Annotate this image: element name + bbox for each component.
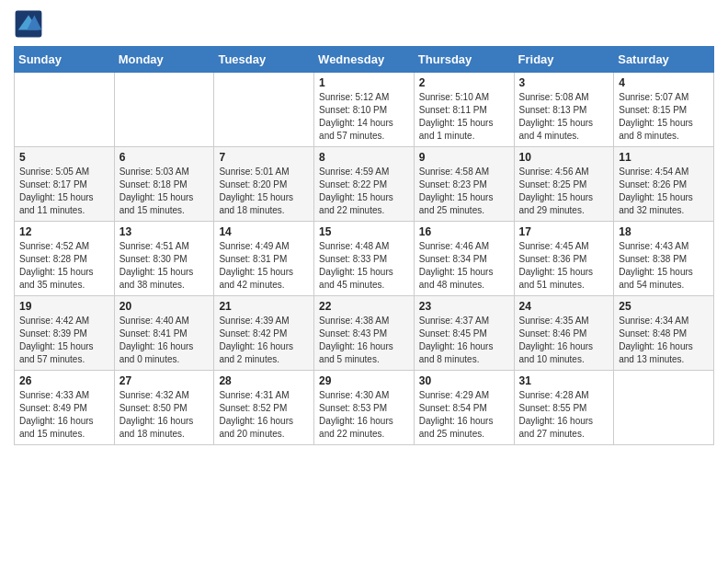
logo: [14, 9, 47, 39]
calendar-cell: [214, 73, 314, 147]
column-header-thursday: Thursday: [414, 47, 514, 73]
day-info: Sunrise: 5:03 AM Sunset: 8:18 PM Dayligh…: [119, 166, 210, 217]
day-info: Sunrise: 4:40 AM Sunset: 8:41 PM Dayligh…: [119, 315, 210, 366]
calendar-cell: [114, 73, 214, 147]
day-info: Sunrise: 4:28 AM Sunset: 8:55 PM Dayligh…: [519, 389, 609, 441]
day-number: 2: [419, 76, 509, 89]
calendar-cell: 30Sunrise: 4:29 AM Sunset: 8:54 PM Dayli…: [414, 371, 514, 445]
calendar-cell: [15, 73, 115, 147]
day-info: Sunrise: 4:43 AM Sunset: 8:38 PM Dayligh…: [619, 240, 709, 292]
day-info: Sunrise: 4:49 AM Sunset: 8:31 PM Dayligh…: [219, 240, 309, 292]
day-number: 19: [19, 300, 109, 313]
calendar-cell: 29Sunrise: 4:30 AM Sunset: 8:53 PM Dayli…: [314, 371, 415, 445]
column-header-saturday: Saturday: [614, 47, 714, 73]
calendar-cell: 8Sunrise: 4:59 AM Sunset: 8:22 PM Daylig…: [314, 147, 415, 222]
day-info: Sunrise: 4:45 AM Sunset: 8:36 PM Dayligh…: [519, 240, 609, 292]
calendar-cell: 10Sunrise: 4:56 AM Sunset: 8:25 PM Dayli…: [514, 147, 614, 222]
day-info: Sunrise: 5:12 AM Sunset: 8:10 PM Dayligh…: [319, 91, 409, 143]
calendar-cell: [614, 371, 714, 445]
calendar-cell: 13Sunrise: 4:51 AM Sunset: 8:30 PM Dayli…: [114, 222, 214, 296]
day-info: Sunrise: 4:32 AM Sunset: 8:50 PM Dayligh…: [119, 389, 210, 441]
calendar-cell: 2Sunrise: 5:10 AM Sunset: 8:11 PM Daylig…: [414, 73, 514, 147]
day-number: 13: [119, 225, 210, 238]
day-number: 7: [219, 151, 309, 164]
day-number: 8: [319, 151, 409, 164]
calendar-cell: 3Sunrise: 5:08 AM Sunset: 8:13 PM Daylig…: [514, 73, 614, 147]
calendar-cell: 14Sunrise: 4:49 AM Sunset: 8:31 PM Dayli…: [214, 222, 314, 296]
day-info: Sunrise: 5:07 AM Sunset: 8:15 PM Dayligh…: [619, 91, 709, 143]
day-info: Sunrise: 4:59 AM Sunset: 8:22 PM Dayligh…: [319, 166, 409, 217]
day-info: Sunrise: 4:34 AM Sunset: 8:48 PM Dayligh…: [619, 315, 709, 366]
day-number: 5: [19, 151, 109, 164]
week-row-2: 5Sunrise: 5:05 AM Sunset: 8:17 PM Daylig…: [15, 147, 714, 222]
day-number: 27: [119, 374, 210, 387]
week-row-5: 26Sunrise: 4:33 AM Sunset: 8:49 PM Dayli…: [15, 371, 714, 445]
day-number: 1: [319, 76, 409, 89]
column-header-monday: Monday: [114, 47, 214, 73]
calendar-cell: 31Sunrise: 4:28 AM Sunset: 8:55 PM Dayli…: [514, 371, 614, 445]
day-number: 31: [519, 374, 609, 387]
day-number: 24: [519, 300, 609, 313]
day-number: 14: [219, 225, 309, 238]
column-header-sunday: Sunday: [15, 47, 115, 73]
calendar-cell: 6Sunrise: 5:03 AM Sunset: 8:18 PM Daylig…: [114, 147, 214, 222]
day-info: Sunrise: 4:31 AM Sunset: 8:52 PM Dayligh…: [219, 389, 309, 441]
week-row-4: 19Sunrise: 4:42 AM Sunset: 8:39 PM Dayli…: [15, 296, 714, 371]
calendar-cell: 28Sunrise: 4:31 AM Sunset: 8:52 PM Dayli…: [214, 371, 314, 445]
day-number: 22: [319, 300, 409, 313]
day-number: 11: [619, 151, 709, 164]
day-number: 30: [419, 374, 509, 387]
calendar-cell: 9Sunrise: 4:58 AM Sunset: 8:23 PM Daylig…: [414, 147, 514, 222]
day-info: Sunrise: 4:48 AM Sunset: 8:33 PM Dayligh…: [319, 240, 409, 292]
day-info: Sunrise: 5:01 AM Sunset: 8:20 PM Dayligh…: [219, 166, 309, 217]
day-info: Sunrise: 4:54 AM Sunset: 8:26 PM Dayligh…: [619, 166, 709, 217]
calendar-cell: 21Sunrise: 4:39 AM Sunset: 8:42 PM Dayli…: [214, 296, 314, 371]
calendar-cell: 1Sunrise: 5:12 AM Sunset: 8:10 PM Daylig…: [314, 73, 415, 147]
calendar-cell: 4Sunrise: 5:07 AM Sunset: 8:15 PM Daylig…: [614, 73, 714, 147]
day-number: 9: [419, 151, 509, 164]
day-number: 15: [319, 225, 409, 238]
day-info: Sunrise: 5:10 AM Sunset: 8:11 PM Dayligh…: [419, 91, 509, 143]
calendar-table: SundayMondayTuesdayWednesdayThursdayFrid…: [14, 46, 714, 445]
calendar-cell: 18Sunrise: 4:43 AM Sunset: 8:38 PM Dayli…: [614, 222, 714, 296]
day-info: Sunrise: 4:29 AM Sunset: 8:54 PM Dayligh…: [419, 389, 509, 441]
calendar-cell: 11Sunrise: 4:54 AM Sunset: 8:26 PM Dayli…: [614, 147, 714, 222]
day-number: 4: [619, 76, 709, 89]
day-number: 23: [419, 300, 509, 313]
day-info: Sunrise: 4:33 AM Sunset: 8:49 PM Dayligh…: [19, 389, 109, 441]
day-info: Sunrise: 4:58 AM Sunset: 8:23 PM Dayligh…: [419, 166, 509, 217]
day-info: Sunrise: 5:05 AM Sunset: 8:17 PM Dayligh…: [19, 166, 109, 217]
week-row-1: 1Sunrise: 5:12 AM Sunset: 8:10 PM Daylig…: [15, 73, 714, 147]
day-number: 10: [519, 151, 609, 164]
calendar-cell: 26Sunrise: 4:33 AM Sunset: 8:49 PM Dayli…: [15, 371, 115, 445]
day-number: 26: [19, 374, 109, 387]
calendar-cell: 15Sunrise: 4:48 AM Sunset: 8:33 PM Dayli…: [314, 222, 415, 296]
day-info: Sunrise: 4:52 AM Sunset: 8:28 PM Dayligh…: [19, 240, 109, 292]
column-header-friday: Friday: [514, 47, 614, 73]
day-info: Sunrise: 4:35 AM Sunset: 8:46 PM Dayligh…: [519, 315, 609, 366]
day-info: Sunrise: 4:37 AM Sunset: 8:45 PM Dayligh…: [419, 315, 509, 366]
day-info: Sunrise: 4:38 AM Sunset: 8:43 PM Dayligh…: [319, 315, 409, 366]
calendar-header-row: SundayMondayTuesdayWednesdayThursdayFrid…: [15, 47, 714, 73]
day-number: 6: [119, 151, 210, 164]
day-number: 12: [19, 225, 109, 238]
calendar-cell: 16Sunrise: 4:46 AM Sunset: 8:34 PM Dayli…: [414, 222, 514, 296]
week-row-3: 12Sunrise: 4:52 AM Sunset: 8:28 PM Dayli…: [15, 222, 714, 296]
day-number: 20: [119, 300, 210, 313]
day-number: 18: [619, 225, 709, 238]
calendar-cell: 7Sunrise: 5:01 AM Sunset: 8:20 PM Daylig…: [214, 147, 314, 222]
calendar-cell: 25Sunrise: 4:34 AM Sunset: 8:48 PM Dayli…: [614, 296, 714, 371]
day-number: 16: [419, 225, 509, 238]
calendar-cell: 19Sunrise: 4:42 AM Sunset: 8:39 PM Dayli…: [15, 296, 115, 371]
day-info: Sunrise: 5:08 AM Sunset: 8:13 PM Dayligh…: [519, 91, 609, 143]
calendar-cell: 5Sunrise: 5:05 AM Sunset: 8:17 PM Daylig…: [15, 147, 115, 222]
calendar-cell: 17Sunrise: 4:45 AM Sunset: 8:36 PM Dayli…: [514, 222, 614, 296]
day-number: 28: [219, 374, 309, 387]
day-info: Sunrise: 4:30 AM Sunset: 8:53 PM Dayligh…: [319, 389, 409, 441]
calendar-cell: 20Sunrise: 4:40 AM Sunset: 8:41 PM Dayli…: [114, 296, 214, 371]
page-header: [14, 9, 714, 39]
calendar-cell: 27Sunrise: 4:32 AM Sunset: 8:50 PM Dayli…: [114, 371, 214, 445]
calendar-cell: 12Sunrise: 4:52 AM Sunset: 8:28 PM Dayli…: [15, 222, 115, 296]
day-info: Sunrise: 4:56 AM Sunset: 8:25 PM Dayligh…: [519, 166, 609, 217]
day-number: 3: [519, 76, 609, 89]
